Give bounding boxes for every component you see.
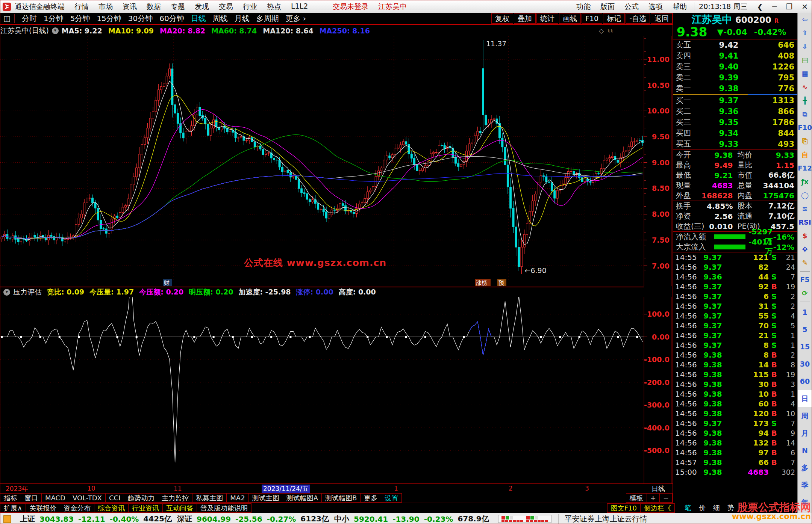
indicator-tab-趋势动力[interactable]: 趋势动力	[124, 493, 158, 503]
indicator-tab-测试幅图B[interactable]: 测试幅图B	[321, 493, 361, 503]
template-button-+[interactable]: +	[647, 493, 660, 503]
strip-rsi-icon[interactable]: RSI	[798, 216, 812, 229]
strip-period-1[interactable]: 1	[798, 304, 812, 321]
strip-period-15[interactable]: 15	[798, 338, 812, 355]
indicator-chart[interactable]: 100.00.00-100.0-200.0-300.0-400.0-500.0	[0, 297, 673, 483]
strip-structure-icon[interactable]: ⎘	[798, 134, 812, 148]
tool-button--自选[interactable]: -自选	[626, 13, 650, 24]
strip-period-60[interactable]: 60	[798, 373, 812, 390]
period-tab-分时[interactable]: 分时	[18, 14, 40, 24]
indicator-tab-MA2[interactable]: MA2	[226, 493, 248, 503]
period-tab-日线[interactable]: 日线	[188, 14, 209, 24]
chevron-down-icon[interactable]: ▾	[52, 27, 59, 34]
menu-item-版面[interactable]: 版面	[595, 2, 620, 12]
window-control[interactable]: ❮	[752, 2, 768, 11]
strip-period-日[interactable]: 日	[798, 390, 812, 407]
strip-period-30[interactable]: 30	[798, 355, 812, 373]
period-tab-30分钟[interactable]: 30分钟	[125, 14, 156, 24]
strip-period-5[interactable]: 5	[798, 321, 812, 338]
indicator-tab-MACD[interactable]: MACD	[41, 493, 69, 503]
strip-formula-icon[interactable]: ƒx	[798, 175, 812, 189]
window-control[interactable]: ─	[768, 2, 781, 11]
strip-down-arrow-icon[interactable]: ⇩	[798, 40, 812, 53]
strip-period-周[interactable]: 周	[798, 407, 812, 424]
period-tab-多周期[interactable]: 多周期	[253, 14, 282, 24]
chart-corner-icons[interactable]: ◇ ⧉	[599, 27, 644, 35]
strip-watchlist-icon[interactable]: 自	[798, 148, 812, 162]
layout-toggle-icon[interactable]: ◫	[3, 14, 15, 23]
window-control[interactable]: ✕	[797, 2, 812, 11]
alert-交易未登录[interactable]: 交易未登录	[328, 2, 373, 12]
extension-tab-普及版功能说明[interactable]: 普及版功能说明	[197, 503, 251, 513]
period-tab-15分钟[interactable]: 15分钟	[93, 14, 124, 24]
indicator-tab-测试幅图A[interactable]: 测试幅图A	[283, 493, 322, 503]
strip-money-icon[interactable]: $	[798, 229, 812, 243]
period-tab-60分钟[interactable]: 60分钟	[156, 14, 187, 24]
strip-move-icon[interactable]: ✥	[798, 243, 812, 256]
strip-f10-icon[interactable]: F10	[798, 121, 812, 134]
indicator-tab-更多[interactable]: 更多	[360, 493, 381, 503]
window-control[interactable]: ❐	[781, 2, 797, 11]
template-button-模板[interactable]: 模板	[626, 493, 647, 503]
indicator-tab-设置[interactable]: 设置	[381, 493, 402, 503]
period-tab-更多 ›[interactable]: 更多 ›	[282, 14, 309, 24]
strip-period-月[interactable]: 月	[798, 424, 812, 442]
strip-kline-icon[interactable]: ╫	[798, 94, 812, 107]
tool-button-复权[interactable]: 复权	[491, 13, 513, 24]
indicator-tab-私募主图[interactable]: 私募主图	[192, 493, 227, 503]
tool-button-标记[interactable]: 标记	[603, 13, 625, 24]
strip-period-N[interactable]: N	[798, 442, 812, 459]
tool-button-F10[interactable]: F10	[582, 13, 602, 24]
menu-item-L1L2[interactable]: L1L2	[286, 2, 313, 12]
strip-info-pages-icon[interactable]: ⧉	[798, 107, 812, 121]
period-tab-5分钟[interactable]: 5分钟	[67, 14, 94, 24]
tool-button-统计[interactable]: 统计	[536, 13, 558, 24]
period-tab-月线[interactable]: 月线	[231, 14, 253, 24]
side-button-图文F10[interactable]: 图文F10	[607, 503, 641, 513]
extension-tab-行业资讯[interactable]: 行业资讯	[128, 503, 163, 513]
extension-tab-互动问答[interactable]: 互动问答	[162, 503, 197, 513]
menu-item-热点[interactable]: 热点	[262, 2, 286, 12]
strip-period-多[interactable]: 多	[798, 459, 812, 476]
strip-quote-table-icon[interactable]: ▦	[798, 67, 812, 80]
extension-tab-关联报价[interactable]: 关联报价	[26, 503, 60, 513]
tool-button-画线[interactable]: 画线	[559, 13, 581, 24]
tool-button-返回[interactable]: 返回	[651, 13, 673, 24]
period-tab-1分钟[interactable]: 1分钟	[40, 14, 67, 24]
menu-item-资讯[interactable]: 资讯	[118, 2, 142, 12]
axis-period-label[interactable]: 日线	[646, 484, 670, 493]
strip-f5-icon[interactable]: F5	[798, 273, 812, 287]
tool-button-叠加[interactable]: 叠加	[514, 13, 536, 24]
template-button-−[interactable]: −	[659, 493, 673, 503]
indicator-tab-窗口[interactable]: 窗口	[21, 493, 42, 503]
candlestick-chart[interactable]: 11.37←6.90财涨榜预11.0010.5010.009.509.008.5…	[0, 36, 673, 286]
menu-item-专题[interactable]: 专题	[166, 2, 190, 12]
panel-tab-笔[interactable]: 笔	[685, 503, 691, 512]
menu-item-交易[interactable]: 交易	[214, 2, 238, 12]
chevron-down-icon[interactable]: ▾	[3, 289, 10, 296]
connection-status-icon[interactable]	[3, 515, 11, 523]
menu-item-功能[interactable]: 功能	[571, 2, 595, 12]
menu-item-公式[interactable]: 公式	[620, 2, 644, 12]
menu-item-行情[interactable]: 行情	[70, 2, 94, 12]
strip-f12-icon[interactable]: F12	[798, 162, 812, 175]
indicator-tab-测试主图[interactable]: 测试主图	[248, 493, 283, 503]
strip-multi-line-icon[interactable]: ≋	[798, 202, 812, 216]
strip-back-arrow-icon[interactable]: ⇦	[798, 13, 812, 26]
side-button-侧边栏《[interactable]: 侧边栏《	[640, 503, 675, 513]
strip-circle-icon[interactable]: ◯	[798, 189, 812, 202]
extension-tab-资金分布[interactable]: 资金分布	[60, 503, 94, 513]
panel-tab-细[interactable]: 细	[713, 503, 720, 512]
strip-period-季[interactable]: 季	[798, 476, 812, 494]
menu-item-市场[interactable]: 市场	[94, 2, 118, 12]
menu-item-帮助[interactable]: 帮助	[668, 2, 692, 12]
period-tab-周线[interactable]: 周线	[209, 14, 231, 24]
indicator-tab-指标[interactable]: 指标	[0, 493, 21, 503]
menu-item-发现[interactable]: 发现	[190, 2, 214, 12]
panel-tab-价[interactable]: 价	[699, 503, 706, 512]
indicator-tab-VOL-TDX[interactable]: VOL-TDX	[69, 493, 106, 503]
menu-item-数据[interactable]: 数据	[142, 2, 166, 12]
strip-trend-line-icon[interactable]: ∿	[798, 80, 812, 94]
alert-江苏吴中[interactable]: 江苏吴中	[373, 2, 412, 12]
strip-up-arrow-icon[interactable]: ⇧	[798, 26, 812, 40]
